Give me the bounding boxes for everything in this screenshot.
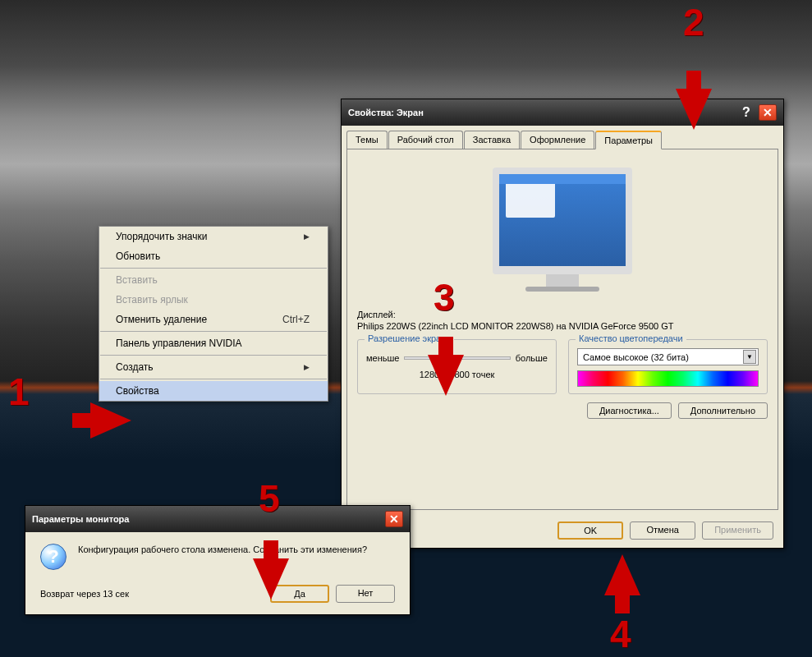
monitor-settings-confirm-dialog: Параметры монитора ✕ ? Конфигурация рабо… [25,505,411,615]
menu-separator [100,379,327,379]
slider-more-label: больше [516,353,548,363]
annotation-arrow-4 [604,554,640,595]
close-button[interactable]: ✕ [385,511,403,527]
window-title: Свойства: Экран [348,108,424,117]
color-quality-selected: Самое высокое (32 бита) [583,352,689,362]
display-value: Philips 220WS (22inch LCD MONITOR 220WS8… [357,321,768,331]
titlebar[interactable]: Свойства: Экран ? ✕ [342,99,783,126]
color-quality-legend: Качество цветопередачи [576,333,686,343]
cancel-button[interactable]: Отмена [630,521,695,540]
ctx-arrange-icons[interactable]: Упорядочить значки ▶ [99,227,328,246]
resolution-slider[interactable] [404,356,510,360]
ctx-item-label: Панель управления NVIDIA [116,338,242,349]
ctx-item-label: Вставить [116,274,158,286]
annotation-number-2: 2 [683,0,704,44]
monitor-base-icon [525,287,599,292]
menu-separator [100,331,327,332]
ctx-paste-shortcut: Вставить ярлык [99,290,328,310]
monitor-preview [357,168,768,293]
ok-button[interactable]: OK [557,521,623,540]
ctx-undo-delete[interactable]: Отменить удаление Ctrl+Z [99,310,328,329]
chevron-down-icon: ▼ [743,350,756,364]
ctx-paste: Вставить [99,270,328,290]
annotation-arrow-1 [90,402,131,439]
display-properties-window: Свойства: Экран ? ✕ Темы Рабочий стол За… [341,99,784,549]
menu-separator [100,355,327,356]
yes-button[interactable]: Да [270,585,329,603]
tab-appearance[interactable]: Оформление [521,131,594,149]
annotation-number-1: 1 [8,370,30,414]
color-preview-bar [577,370,759,387]
titlebar[interactable]: Параметры монитора ✕ [25,506,410,532]
submenu-arrow-icon: ▶ [304,363,310,371]
monitor-stand-icon [546,274,579,287]
resolution-legend: Разрешение экрана [365,333,454,343]
advanced-button[interactable]: Дополнительно [678,402,768,419]
ctx-shortcut: Ctrl+Z [282,314,310,325]
question-icon: ? [40,544,67,570]
tab-settings[interactable]: Параметры [595,131,662,149]
countdown-text: Возврат через 13 сек [40,589,129,599]
color-quality-select[interactable]: Самое высокое (32 бита) ▼ [577,348,759,365]
close-button[interactable]: ✕ [759,104,777,121]
ctx-item-label: Упорядочить значки [116,231,208,242]
ctx-item-label: Свойства [116,385,159,397]
resolution-group: Разрешение экрана меньше больше 1280 на … [357,339,557,394]
submenu-arrow-icon: ▶ [304,232,310,241]
ctx-refresh[interactable]: Обновить [99,246,328,266]
slider-less-label: меньше [366,353,399,363]
ctx-item-label: Создать [116,361,154,373]
apply-button: Применить [702,521,773,540]
tab-themes[interactable]: Темы [346,131,388,149]
tab-screensaver[interactable]: Заставка [464,131,520,149]
confirm-message: Конфигурация рабочего стола изменена. Со… [78,544,367,556]
display-label: Дисплей: [357,310,768,319]
ctx-item-label: Отменить удаление [116,314,207,325]
tabs-row: Темы Рабочий стол Заставка Оформление Па… [342,126,783,149]
window-title: Параметры монитора [32,514,129,524]
slider-thumb[interactable] [442,351,451,368]
monitor-screen-icon [493,168,632,274]
tab-body: Дисплей: Philips 220WS (22inch LCD MONIT… [346,149,778,510]
resolution-value: 1280 на 800 точек [366,370,548,379]
tab-desktop[interactable]: Рабочий стол [388,131,463,149]
ctx-new[interactable]: Создать ▶ [99,357,328,377]
annotation-number-4: 4 [610,612,631,656]
help-button[interactable]: ? [737,104,755,121]
color-quality-group: Качество цветопередачи Самое высокое (32… [568,339,768,394]
ctx-properties[interactable]: Свойства [99,381,328,401]
troubleshoot-button[interactable]: Диагностика... [587,402,672,419]
menu-separator [100,268,327,269]
desktop-context-menu[interactable]: Упорядочить значки ▶ Обновить Вставить В… [99,226,328,402]
ctx-item-label: Вставить ярлык [116,294,188,306]
ctx-nvidia-panel[interactable]: Панель управления NVIDIA [99,333,328,353]
ctx-item-label: Обновить [116,250,160,262]
no-button[interactable]: Нет [336,585,395,603]
